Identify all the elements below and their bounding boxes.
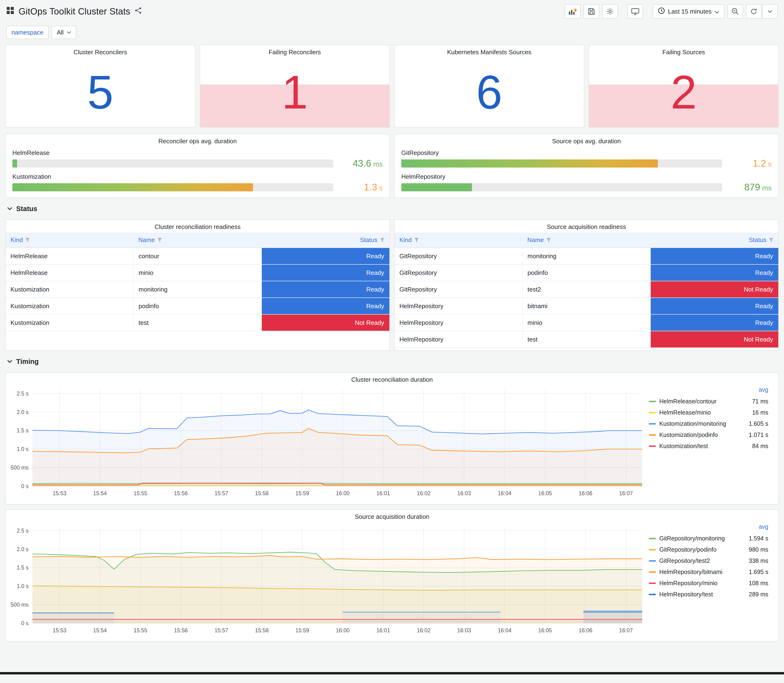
chart-legend-item[interactable]: HelmRelease/minio16 ms (649, 407, 768, 418)
tv-mode-button[interactable] (627, 4, 643, 19)
legend-series-name: Kustomization/test (659, 443, 749, 449)
gauge-label: HelmRelease (12, 149, 383, 157)
panel-reconciler-ops-duration: Reconciler ops avg. duration HelmRelease… (5, 134, 390, 198)
column-header-status[interactable]: Status (261, 232, 390, 248)
chart-legend-item[interactable]: Kustomization/podinfo1.071 s (649, 429, 768, 441)
cell-status: Ready (651, 314, 778, 331)
bottom-bar (0, 672, 784, 675)
legend-series-name: Kustomization/podinfo (659, 431, 746, 438)
status-badge: Ready (651, 314, 778, 331)
legend-series-name: HelmRelease/contour (659, 398, 749, 405)
legend-series-name: HelmRepository/bitnami (659, 569, 746, 576)
series-color-dash (649, 583, 656, 584)
svg-text:2.0 s: 2.0 s (17, 546, 29, 552)
dashboard-header: GitOps Toolkit Cluster Stats (0, 1, 784, 22)
cell-name: podinfo (523, 265, 650, 281)
chart-legend-item[interactable]: GitRepository/podinfo980 ms (649, 544, 768, 555)
stat-value: 2 (670, 69, 697, 116)
bar-gauge: HelmRelease43.6 ms (12, 149, 383, 169)
legend-series-name: HelmRepository/test (659, 591, 746, 598)
cell-status: Ready (651, 248, 778, 265)
svg-text:16:05: 16:05 (538, 490, 552, 496)
panel-failing-sources: Failing Sources 2 (588, 45, 779, 128)
namespace-variable-value[interactable]: All (51, 26, 76, 39)
chart-legend-item[interactable]: HelmRepository/minio108 ms (649, 577, 768, 589)
legend-series-name: HelmRelease/minio (659, 409, 749, 416)
panel-title[interactable]: Failing Reconcilers (200, 45, 390, 58)
panel-title[interactable]: Cluster Reconcilers (6, 45, 195, 58)
gauge-fill (401, 183, 472, 191)
gauge-label: HelmRepository (401, 173, 772, 180)
stat-value: 1 (282, 69, 308, 116)
column-header-kind[interactable]: Kind (394, 232, 523, 248)
section-row-status[interactable]: Status (0, 198, 784, 220)
table-header-row: KindNameStatus (394, 232, 778, 248)
svg-text:500 ms: 500 ms (11, 465, 29, 471)
cell-name: podinfo (133, 298, 261, 314)
panel-title[interactable]: Cluster reconciliation duration (6, 373, 778, 385)
column-header-kind[interactable]: Kind (6, 232, 133, 248)
time-range-picker[interactable]: Last 15 minutes (653, 4, 725, 19)
share-icon[interactable] (135, 7, 142, 16)
legend-series-name: GitRepository/monitoring (659, 535, 746, 542)
cell-kind: HelmRelease (6, 265, 133, 281)
refresh-button[interactable] (746, 4, 762, 19)
svg-text:16:00: 16:00 (336, 490, 350, 496)
cell-kind: HelmRelease (6, 248, 133, 265)
gauge-label: GitRepository (401, 149, 772, 157)
cell-kind: Kustomization (6, 314, 133, 331)
add-panel-button[interactable] (564, 4, 581, 19)
gauge-track (401, 159, 722, 168)
clock-icon (658, 7, 665, 16)
timeseries-plot: 0 s500 ms1.0 s1.5 s2.0 s2.5 s15:5315:541… (8, 385, 649, 500)
svg-text:2.5 s: 2.5 s (17, 527, 29, 534)
panel-title[interactable]: Source ops avg. duration (394, 134, 778, 147)
table-row: HelmRepositoryminioReady (394, 314, 778, 331)
cell-name: test (523, 331, 650, 348)
section-row-timing[interactable]: Timing (0, 351, 784, 372)
zoom-out-button[interactable] (727, 4, 743, 19)
save-dashboard-button[interactable] (584, 4, 599, 19)
panel-title[interactable]: Source acquisition readiness (394, 220, 778, 232)
chart-legend-item[interactable]: HelmRelease/contour71 ms (649, 396, 768, 407)
refresh-interval-dropdown[interactable] (762, 4, 778, 19)
tables-row: Cluster reconciliation readiness KindNam… (0, 220, 784, 351)
chart-legend-item[interactable]: Kustomization/monitoring1.605 s (649, 418, 768, 429)
cell-name: bitnami (523, 298, 650, 314)
legend-series-avg: 84 ms (752, 443, 768, 449)
chart-legend-item[interactable]: HelmRepository/bitnami1.695 s (649, 566, 768, 577)
table-row: KustomizationpodinfoReady (6, 298, 390, 314)
namespace-variable-label[interactable]: namespace (6, 26, 48, 39)
chart-legend: avgHelmRelease/contour71 msHelmRelease/m… (649, 385, 770, 500)
cell-name: test2 (523, 281, 650, 298)
panel-title[interactable]: Kubernetes Manifests Sources (394, 45, 584, 58)
chart-legend-item[interactable]: Kustomization/test84 ms (649, 441, 768, 452)
cell-kind: GitRepository (394, 281, 523, 298)
cell-status: Not Ready (651, 331, 778, 348)
gauge-value: 1.3 s (339, 182, 383, 192)
dashboard-settings-button[interactable] (602, 4, 618, 19)
panel-title[interactable]: Failing Sources (589, 45, 778, 58)
series-color-dash (649, 423, 656, 425)
panel-title[interactable]: Reconciler ops avg. duration (6, 134, 390, 147)
table-header-row: KindNameStatus (6, 232, 390, 248)
legend-series-avg: 980 ms (749, 546, 768, 553)
cell-status: Ready (261, 248, 390, 265)
chart-legend-item[interactable]: GitRepository/monitoring1.594 s (649, 533, 768, 544)
panel-source-ops-duration: Source ops avg. duration GitRepository1.… (394, 134, 779, 198)
cell-name: minio (523, 314, 650, 331)
chart-legend-item[interactable]: GitRepository/test2338 ms (649, 555, 768, 566)
chart-legend-item[interactable]: HelmRepository/test289 ms (649, 589, 768, 600)
panel-title[interactable]: Cluster reconciliation readiness (6, 220, 390, 232)
column-header-name[interactable]: Name (523, 232, 650, 248)
table-row: GitRepositorypodinfoReady (394, 265, 778, 281)
bar-gauge: Kustomization1.3 s (12, 173, 383, 192)
panel-title[interactable]: Source acquisition duration (6, 510, 778, 523)
bar-gauge: GitRepository1.2 s (401, 149, 772, 169)
column-header-name[interactable]: Name (133, 232, 261, 248)
table-row: GitRepositorymonitoringReady (394, 248, 778, 265)
column-header-status[interactable]: Status (651, 232, 778, 248)
dashboard-grid-icon[interactable] (6, 6, 14, 16)
svg-text:15:55: 15:55 (133, 490, 148, 496)
legend-series-avg: 1.605 s (749, 420, 768, 427)
